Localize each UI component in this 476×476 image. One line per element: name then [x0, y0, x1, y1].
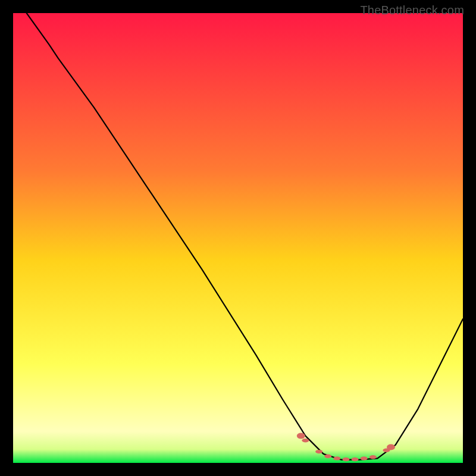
chart-svg: [13, 13, 463, 463]
highlight-dot: [387, 444, 395, 450]
chart-plot-area: [13, 13, 463, 463]
highlight-dot: [324, 455, 331, 458]
highlight-dot: [369, 455, 377, 459]
highlight-dot: [352, 458, 359, 461]
highlight-dot: [315, 450, 322, 453]
gradient-background: [13, 13, 463, 463]
watermark-text: TheBottleneck.com: [360, 4, 464, 17]
chart-container: TheBottleneck.com: [0, 0, 476, 476]
highlight-dot: [333, 456, 340, 460]
highlight-dot: [297, 433, 305, 439]
highlight-dot: [302, 439, 309, 442]
highlight-dot: [361, 456, 368, 460]
highlight-dot: [342, 458, 349, 461]
